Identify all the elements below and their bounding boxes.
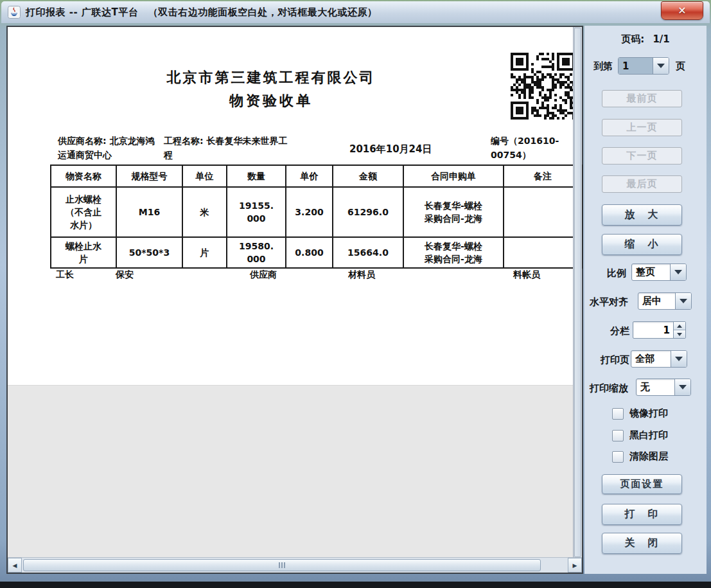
- table-cell: 螺栓止水片: [51, 237, 116, 268]
- print-pages-label: 打印页: [601, 354, 629, 366]
- table-row: 螺栓止水片 50*50*3 片 19580.000 0.800 15664.0 …: [51, 237, 582, 268]
- mirror-print-checkbox-row[interactable]: 镜像打印: [612, 407, 668, 420]
- table-header-row: 物资名称 规格型号 单位 数量 单价 金额 合同申购单 备注: [51, 165, 582, 187]
- chevron-down-icon: [679, 385, 687, 389]
- columns-stepper[interactable]: [633, 321, 686, 339]
- table-cell: 0.800: [286, 237, 333, 268]
- horizontal-scrollbar[interactable]: ◀ ▶: [8, 557, 582, 573]
- print-pages-dropdown-button[interactable]: [671, 351, 687, 367]
- print-scale-dropdown-button[interactable]: [674, 379, 690, 395]
- table-cell: 19155.000: [227, 187, 286, 237]
- mirror-print-label: 镜像打印: [629, 407, 668, 420]
- table-cell: 50*50*3: [116, 237, 182, 268]
- table-cell: 片: [182, 237, 227, 268]
- chevron-down-icon: [674, 270, 682, 274]
- table-cell: 长春复华-螺栓采购合同-龙海: [403, 237, 504, 268]
- signature-accountant: 料帐员: [513, 269, 540, 281]
- supplier-info: 供应商名称: 北京龙海鸿运通商贸中心: [58, 134, 157, 162]
- align-dropdown-button[interactable]: [675, 293, 691, 309]
- page-setup-button[interactable]: 页面设置: [602, 474, 682, 494]
- columns-decrement-button[interactable]: [674, 330, 685, 338]
- print-scale-label: 打印缩放: [590, 382, 628, 395]
- titlebar[interactable]: 打印报表 -- 广联达T平台 （双击右边功能面板空白处，对话框最大化或还原） ✕: [1, 1, 710, 23]
- close-window-button[interactable]: ✕: [661, 1, 703, 20]
- qr-code: [511, 53, 575, 120]
- clear-layers-checkbox-row[interactable]: 清除图层: [612, 450, 668, 463]
- goto-page-select[interactable]: 1: [618, 57, 669, 75]
- control-panel: 页码: 1/1 到第 1 页 最前页 上一页 下一页 最后页 放 大 缩 小 比…: [584, 26, 707, 574]
- goto-page-dropdown-button[interactable]: [653, 58, 669, 74]
- print-button[interactable]: 打 印: [602, 504, 682, 525]
- table-header-cell: 规格型号: [116, 165, 182, 187]
- table-cell: 米: [182, 187, 227, 237]
- table-cell: [504, 237, 582, 268]
- black-white-print-label: 黑白打印: [629, 429, 668, 441]
- signature-material-clerk: 材料员: [348, 269, 375, 281]
- report-page: 北京市第三建筑工程有限公司 物资验收单 供应商名称: 北京龙海鸿运通商贸中心 工…: [8, 27, 573, 386]
- close-icon: ✕: [678, 6, 686, 16]
- scale-label: 比例: [607, 267, 626, 280]
- chevron-down-icon: [680, 299, 687, 303]
- columns-label: 分栏: [610, 325, 629, 337]
- clear-layers-checkbox[interactable]: [612, 451, 624, 463]
- columns-increment-button[interactable]: [674, 322, 685, 330]
- page-indicator-label: 页码:: [621, 33, 644, 45]
- print-report-window: 打印报表 -- 广联达T平台 （双击右边功能面板空白处，对话框最大化或还原） ✕…: [0, 0, 711, 588]
- close-button[interactable]: 关 闭: [602, 533, 682, 554]
- columns-input[interactable]: [633, 322, 673, 338]
- table-cell: 止水螺栓（不含止水片）: [51, 187, 116, 237]
- zoom-out-button[interactable]: 缩 小: [602, 234, 682, 255]
- last-page-button[interactable]: 最后页: [602, 175, 682, 193]
- java-app-icon: [8, 6, 21, 19]
- signature-guard: 保安: [116, 269, 134, 281]
- document-number: 编号（201610-00754）: [491, 134, 560, 162]
- company-title: 北京市第三建筑工程有限公司: [8, 68, 534, 87]
- page-indicator: 页码: 1/1: [584, 33, 707, 46]
- print-scale-select[interactable]: 无: [636, 379, 691, 396]
- align-value: 居中: [638, 293, 675, 309]
- black-white-print-checkbox[interactable]: [612, 430, 624, 441]
- table-cell: M16: [116, 187, 182, 237]
- table-cell: 61296.0: [333, 187, 403, 237]
- vertical-scrollbar-thumb[interactable]: [574, 28, 581, 557]
- table-cell: [504, 187, 582, 237]
- black-white-print-checkbox-row[interactable]: 黑白打印: [612, 429, 668, 441]
- chevron-down-icon: [675, 357, 683, 361]
- table-cell: 3.200: [286, 187, 333, 237]
- scrollbar-grip-icon: [279, 562, 285, 568]
- project-label: 工程名称:: [164, 136, 206, 146]
- table-header-cell: 单价: [286, 165, 333, 187]
- first-page-button[interactable]: 最前页: [602, 90, 682, 107]
- page-indicator-value: 1/1: [653, 33, 669, 45]
- window-frame-bottom: [0, 582, 711, 588]
- align-select[interactable]: 居中: [638, 292, 692, 310]
- scroll-left-icon: ◀: [13, 562, 17, 569]
- scale-dropdown-button[interactable]: [670, 264, 686, 280]
- align-label: 水平对齐: [590, 296, 628, 308]
- signature-foreman: 工长: [56, 269, 74, 281]
- print-pages-select[interactable]: 全部: [631, 350, 687, 368]
- previous-page-button[interactable]: 上一页: [602, 119, 682, 136]
- scale-select[interactable]: 整页: [631, 263, 687, 281]
- scroll-left-button[interactable]: ◀: [8, 558, 22, 573]
- table-header-cell: 备注: [504, 165, 582, 187]
- horizontal-scrollbar-thumb[interactable]: [23, 559, 541, 571]
- chevron-down-icon: [657, 64, 665, 68]
- goto-page-value: 1: [619, 58, 653, 74]
- project-info: 工程名称: 长春复华未来世界工程: [164, 134, 288, 162]
- print-preview-area[interactable]: 北京市第三建筑工程有限公司 物资验收单 供应商名称: 北京龙海鸿运通商贸中心 工…: [6, 26, 583, 574]
- vertical-scrollbar[interactable]: [573, 27, 582, 558]
- supplier-label: 供应商名称:: [58, 136, 109, 146]
- chevron-up-icon: [677, 325, 682, 328]
- scroll-right-button[interactable]: ▶: [568, 558, 582, 573]
- goto-page-suffix: 页: [676, 60, 685, 73]
- table-cell: 19580.000: [227, 237, 286, 268]
- window-title: 打印报表 -- 广联达T平台 （双击右边功能面板空白处，对话框最大化或还原）: [26, 6, 377, 19]
- clear-layers-label: 清除图层: [629, 450, 668, 463]
- zoom-in-button[interactable]: 放 大: [602, 204, 682, 226]
- next-page-button[interactable]: 下一页: [602, 147, 682, 165]
- mirror-print-checkbox[interactable]: [612, 408, 624, 420]
- chevron-down-icon: [677, 333, 682, 336]
- materials-table: 物资名称 规格型号 单位 数量 单价 金额 合同申购单 备注 止水螺栓（不含止水…: [50, 165, 583, 269]
- table-header-cell: 单位: [182, 165, 227, 187]
